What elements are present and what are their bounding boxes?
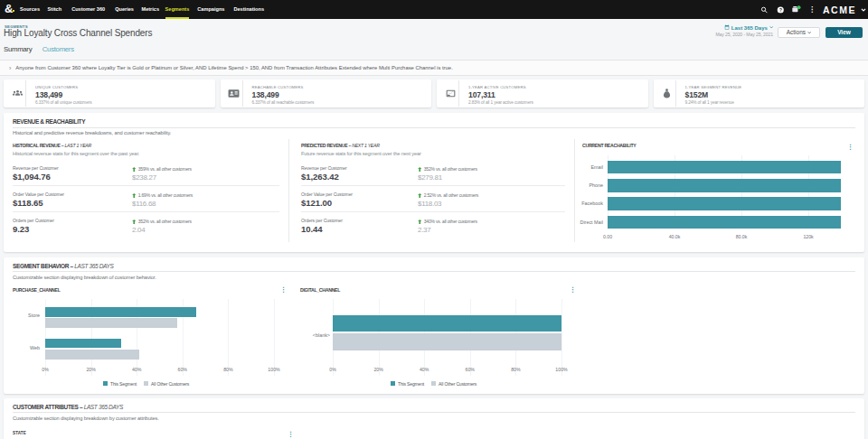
svg-text:?: ? bbox=[779, 6, 782, 12]
